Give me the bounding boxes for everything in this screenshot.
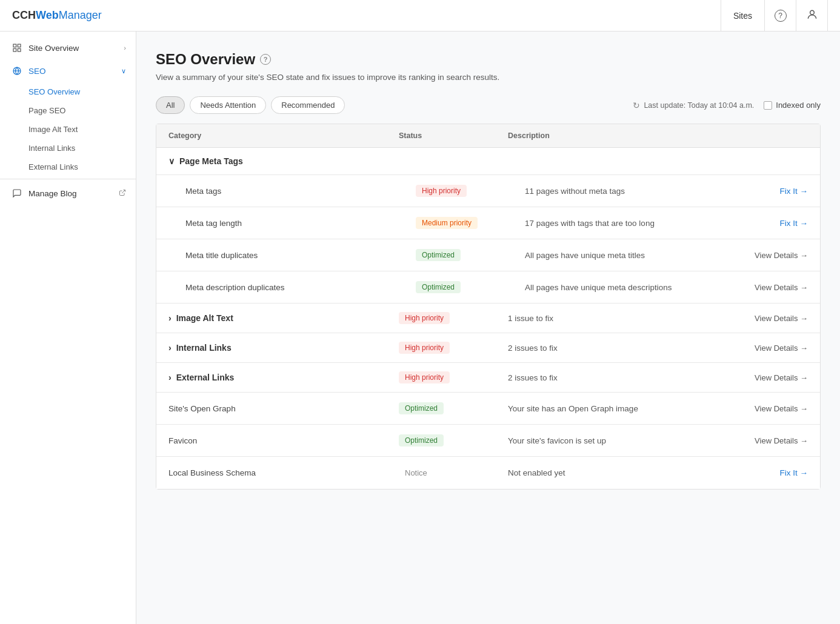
status-badge-high-int: High priority <box>399 342 450 354</box>
page-title: SEO Overview <box>156 51 255 68</box>
brand-logo: CCH Web Manager <box>12 9 721 22</box>
status-badge-notice: Notice <box>399 466 433 479</box>
item-label-meta-tags: Meta tags <box>185 187 416 196</box>
row-open-graph: Site's Open Graph Optimized Your site ha… <box>156 393 820 425</box>
external-link-icon <box>119 189 126 197</box>
action-fix-meta-tags[interactable]: Fix It → <box>780 187 808 196</box>
sidebar-label-seo: SEO <box>28 67 115 76</box>
brand-manager: Manager <box>59 9 102 22</box>
item-label-favicon: Favicon <box>168 436 399 445</box>
desc-internal-links: 2 issues to fix <box>508 344 558 353</box>
filter-all-button[interactable]: All <box>156 96 185 114</box>
status-badge-high: High priority <box>416 185 467 197</box>
action-view-external-links[interactable]: View Details → <box>755 373 808 382</box>
item-label-internal-links: Internal Links <box>176 343 232 353</box>
image-alt-text-label[interactable]: › Image Alt Text <box>168 313 399 323</box>
status-badge-high-alt: High priority <box>399 312 450 324</box>
section-page-meta-tags: ∨ Page Meta Tags <box>156 148 820 175</box>
svg-rect-2 <box>18 44 21 47</box>
sidebar-item-seo-overview[interactable]: SEO Overview <box>27 82 136 101</box>
badge-local-business-schema: Notice <box>399 466 508 479</box>
sidebar: Site Overview › SEO ∨ SEO Overview Page … <box>0 32 136 624</box>
desc-open-graph: Your site has an Open Graph image <box>508 404 638 413</box>
desc-meta-title-duplicates: All pages have unique meta titles <box>525 251 645 260</box>
sidebar-item-site-overview[interactable]: Site Overview › <box>0 36 136 59</box>
internal-links-label[interactable]: › Internal Links <box>168 343 399 353</box>
badge-favicon: Optimized <box>399 434 508 446</box>
status-badge-optimized-og: Optimized <box>399 402 444 414</box>
grid-icon <box>12 42 22 53</box>
section-page-meta-tags-label[interactable]: ∨ Page Meta Tags <box>168 156 399 166</box>
desc-meta-desc-duplicates: All pages have unique meta descriptions <box>525 283 672 292</box>
indexed-only-checkbox[interactable] <box>764 101 772 110</box>
status-badge-optimized-2: Optimized <box>416 281 461 293</box>
item-label-external-links: External Links <box>176 373 235 382</box>
row-meta-desc-duplicates: Meta description duplicates Optimized Al… <box>156 271 820 304</box>
header-description: Description <box>508 131 808 140</box>
action-view-internal-links[interactable]: View Details → <box>755 344 808 353</box>
filter-needs-attention-button[interactable]: Needs Attention <box>190 96 266 114</box>
main-layout: Site Overview › SEO ∨ SEO Overview Page … <box>0 0 840 624</box>
action-view-image-alt-text[interactable]: View Details → <box>755 314 808 323</box>
sidebar-item-page-seo[interactable]: Page SEO <box>27 101 136 120</box>
filter-recommended-button[interactable]: Recommended <box>271 96 345 114</box>
indexed-only-toggle[interactable]: Indexed only <box>764 101 821 110</box>
sidebar-item-seo[interactable]: SEO ∨ <box>0 59 136 82</box>
row-meta-title-duplicates: Meta title duplicates Optimized All page… <box>156 239 820 271</box>
topnav-right: Sites ? <box>721 0 828 32</box>
sidebar-divider <box>0 179 136 179</box>
desc-meta-tag-length: 17 pages with tags that are too long <box>525 219 655 228</box>
sidebar-item-image-alt-text[interactable]: Image Alt Text <box>27 120 136 139</box>
sidebar-item-external-links[interactable]: External Links <box>27 158 136 176</box>
row-local-business-schema: Local Business Schema Notice Not enabled… <box>156 457 820 489</box>
top-navigation: CCH Web Manager Sites ? <box>0 0 840 32</box>
row-image-alt-text: › Image Alt Text High priority 1 issue t… <box>156 304 820 333</box>
help-button[interactable]: ? <box>765 0 796 32</box>
sidebar-item-manage-blog[interactable]: Manage Blog <box>0 182 136 205</box>
section-label: Page Meta Tags <box>179 156 243 166</box>
action-fix-meta-tag-length[interactable]: Fix It → <box>780 219 808 228</box>
action-view-open-graph[interactable]: View Details → <box>755 404 808 413</box>
item-label-meta-desc-duplicates: Meta description duplicates <box>185 283 416 292</box>
external-links-label[interactable]: › External Links <box>168 373 399 382</box>
desc-image-alt-text: 1 issue to fix <box>508 314 553 323</box>
badge-internal-links: High priority <box>399 342 508 354</box>
row-meta-tag-length: Meta tag length Medium priority 17 pages… <box>156 207 820 239</box>
seo-table: Category Status Description ∨ Page Meta … <box>156 124 821 490</box>
action-view-meta-title-duplicates[interactable]: View Details → <box>755 251 808 260</box>
action-view-meta-desc-duplicates[interactable]: View Details → <box>755 283 808 292</box>
action-fix-local-business-schema[interactable]: Fix It → <box>780 468 808 477</box>
chevron-right-icon: › <box>124 44 126 51</box>
badge-open-graph: Optimized <box>399 402 508 414</box>
status-badge-optimized-fav: Optimized <box>399 434 444 446</box>
row-internal-links: › Internal Links High priority 2 issues … <box>156 333 820 363</box>
svg-rect-3 <box>13 48 16 51</box>
chevron-down-icon: ∨ <box>121 67 126 75</box>
user-button[interactable] <box>796 0 828 32</box>
header-category: Category <box>168 131 399 140</box>
last-update: ↻ Last update: Today at 10:04 a.m. <box>633 101 754 110</box>
help-icon: ? <box>775 10 787 22</box>
action-view-favicon[interactable]: View Details → <box>755 436 808 445</box>
chevron-down-icon: ∨ <box>168 156 175 166</box>
status-badge-medium: Medium priority <box>416 217 478 229</box>
sidebar-sub-seo: SEO Overview Page SEO Image Alt Text Int… <box>0 82 136 176</box>
sidebar-item-internal-links[interactable]: Internal Links <box>27 139 136 158</box>
row-meta-tags: Meta tags High priority 11 pages without… <box>156 175 820 207</box>
page-help-icon[interactable]: ? <box>260 54 271 65</box>
indexed-only-label: Indexed only <box>776 101 821 110</box>
brand-web: Web <box>36 9 59 22</box>
badge-external-links: High priority <box>399 371 508 383</box>
header-status: Status <box>399 131 508 140</box>
brand-cch: CCH <box>12 9 36 22</box>
badge-image-alt-text: High priority <box>399 312 508 324</box>
chevron-right-icon-ext: › <box>168 373 172 382</box>
last-update-text: Last update: Today at 10:04 a.m. <box>644 101 754 110</box>
item-label-meta-title-duplicates: Meta title duplicates <box>185 251 416 260</box>
desc-meta-tags: 11 pages without meta tags <box>525 187 625 196</box>
desc-favicon: Your site's favicon is set up <box>508 436 606 445</box>
sites-button[interactable]: Sites <box>721 0 765 32</box>
refresh-icon: ↻ <box>633 101 640 110</box>
badge-meta-tags: High priority <box>416 185 525 197</box>
desc-external-links: 2 issues to fix <box>508 373 558 382</box>
